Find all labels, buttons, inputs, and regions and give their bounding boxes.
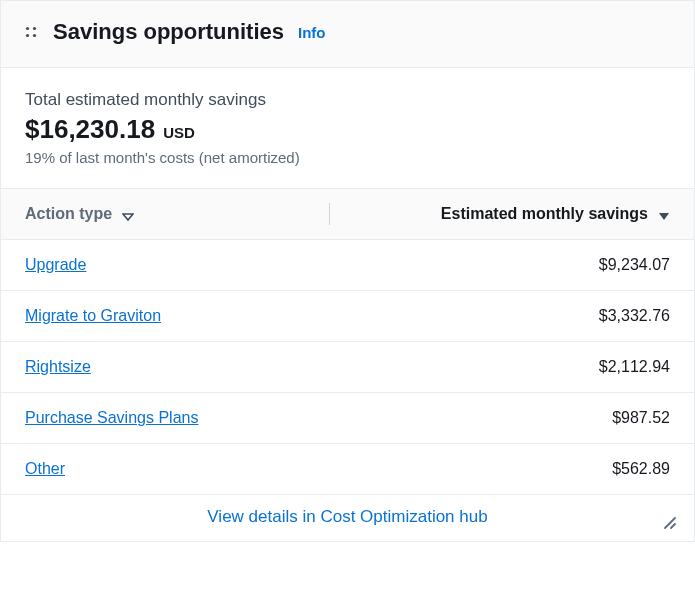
action-type-cell: Upgrade	[25, 256, 348, 274]
total-savings-currency: USD	[163, 124, 195, 141]
total-savings-value-line: $16,230.18 USD	[25, 114, 670, 145]
column-separator	[329, 203, 330, 225]
total-savings-subtext: 19% of last month's costs (net amortized…	[25, 149, 670, 166]
table-row: Other $562.89	[1, 444, 694, 495]
card-title: Savings opportunities	[53, 19, 284, 45]
svg-line-5	[671, 524, 675, 528]
savings-table: Action type Estimated monthly savings	[1, 188, 694, 495]
action-type-link[interactable]: Rightsize	[25, 358, 91, 375]
estimated-savings-cell: $2,112.94	[348, 358, 671, 376]
card-footer: View details in Cost Optimization hub	[1, 495, 694, 541]
action-type-link[interactable]: Purchase Savings Plans	[25, 409, 198, 426]
action-type-cell: Purchase Savings Plans	[25, 409, 348, 427]
column-header-action-type[interactable]: Action type	[25, 205, 317, 223]
action-type-link[interactable]: Other	[25, 460, 65, 477]
column-header-estimated-savings[interactable]: Estimated monthly savings	[378, 205, 670, 223]
sort-icon	[122, 208, 134, 220]
svg-point-2	[26, 34, 29, 37]
total-savings-amount: $16,230.18	[25, 114, 155, 145]
savings-opportunities-card: Savings opportunities Info Total estimat…	[0, 0, 695, 542]
drag-handle-icon[interactable]	[23, 24, 39, 40]
view-details-link[interactable]: View details in Cost Optimization hub	[207, 507, 487, 527]
info-link[interactable]: Info	[298, 24, 326, 41]
column-header-label: Action type	[25, 205, 112, 223]
estimated-savings-cell: $9,234.07	[348, 256, 671, 274]
sort-descending-icon	[658, 208, 670, 220]
total-savings-label: Total estimated monthly savings	[25, 90, 670, 110]
estimated-savings-cell: $3,332.76	[348, 307, 671, 325]
svg-point-3	[33, 34, 36, 37]
column-header-label: Estimated monthly savings	[441, 205, 648, 223]
estimated-savings-cell: $987.52	[348, 409, 671, 427]
resize-handle-icon[interactable]	[662, 515, 678, 531]
action-type-link[interactable]: Upgrade	[25, 256, 86, 273]
table-row: Rightsize $2,112.94	[1, 342, 694, 393]
card-header: Savings opportunities Info	[1, 1, 694, 68]
svg-point-0	[26, 27, 29, 30]
table-row: Migrate to Graviton $3,332.76	[1, 291, 694, 342]
estimated-savings-cell: $562.89	[348, 460, 671, 478]
action-type-cell: Migrate to Graviton	[25, 307, 348, 325]
action-type-cell: Rightsize	[25, 358, 348, 376]
svg-point-1	[33, 27, 36, 30]
summary-block: Total estimated monthly savings $16,230.…	[1, 68, 694, 188]
table-row: Upgrade $9,234.07	[1, 240, 694, 291]
table-row: Purchase Savings Plans $987.52	[1, 393, 694, 444]
action-type-cell: Other	[25, 460, 348, 478]
table-header-row: Action type Estimated monthly savings	[1, 188, 694, 240]
action-type-link[interactable]: Migrate to Graviton	[25, 307, 161, 324]
